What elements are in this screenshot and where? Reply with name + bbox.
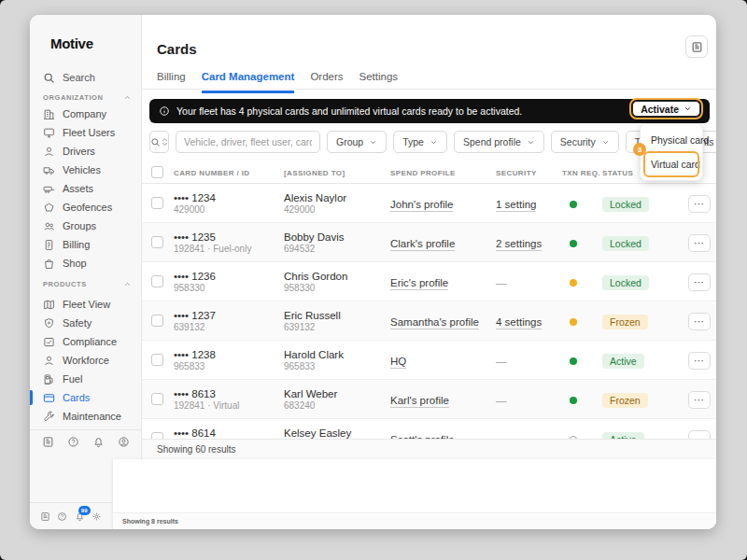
info-icon xyxy=(159,105,170,117)
assigned-to-link[interactable]: Harold Clark xyxy=(284,348,390,361)
notifications-bell[interactable]: 99 xyxy=(75,511,85,522)
tab-card-management[interactable]: Card Management xyxy=(202,71,295,93)
row-checkbox[interactable] xyxy=(151,315,163,327)
sidebar-item-fleet-view[interactable]: Fleet View xyxy=(30,295,142,314)
tab-settings[interactable]: Settings xyxy=(359,71,399,93)
bottom-results-count: Showing 8 results xyxy=(122,518,178,525)
row-actions-button[interactable]: ⋯ xyxy=(688,352,711,370)
row-checkbox[interactable] xyxy=(151,275,163,287)
sidebar-item-label: Billing xyxy=(63,239,90,250)
tab-billing[interactable]: Billing xyxy=(157,71,186,93)
bottom-panel: Showing 8 results xyxy=(112,459,716,529)
row-actions-button[interactable]: ⋯ xyxy=(688,234,711,252)
sidebar-item-label: Geofences xyxy=(63,202,112,213)
select-all-checkbox[interactable] xyxy=(151,166,163,178)
sidebar-item-label: Drivers xyxy=(63,146,95,157)
settings-icon[interactable] xyxy=(92,511,102,522)
referral-card-icon[interactable] xyxy=(40,511,50,522)
card-id: 958330 xyxy=(174,283,284,294)
table-row: •••• 1238965833 Harold Clark965833 HQ — … xyxy=(142,341,716,380)
activate-button[interactable]: Activate xyxy=(632,101,700,117)
table-row: •••• 8614459230 Kelsey Easley459230 Scot… xyxy=(142,419,716,439)
menu-item-physical-card[interactable]: Physical card xyxy=(644,128,698,152)
security-settings[interactable]: 4 settings xyxy=(496,316,542,329)
status-badge: Frozen xyxy=(602,393,648,408)
notifications-icon[interactable] xyxy=(92,436,105,448)
row-actions-button[interactable]: ⋯ xyxy=(688,195,711,213)
sidebar-item-label: Cards xyxy=(63,392,90,403)
assigned-id: 429000 xyxy=(284,204,390,216)
row-checkbox[interactable] xyxy=(151,197,163,209)
spend-profile[interactable]: Eric's profile xyxy=(390,277,448,290)
status-badge: Locked xyxy=(602,236,649,251)
group-filter[interactable]: Group xyxy=(327,131,387,153)
card-panel-button[interactable] xyxy=(685,35,708,58)
sidebar-item-safety[interactable]: Safety xyxy=(30,314,142,332)
sidebar-item-label: Groups xyxy=(63,220,96,231)
sidebar-item-maintenance[interactable]: Maintenance xyxy=(30,407,142,426)
assigned-to-link[interactable]: Karl Weber xyxy=(284,387,390,400)
row-actions-button[interactable]: ⋯ xyxy=(688,313,711,330)
assigned-to-link[interactable]: Bobby Davis xyxy=(284,231,390,244)
referral-card-icon[interactable] xyxy=(42,436,54,448)
sidebar-item-cards[interactable]: Cards xyxy=(30,388,142,407)
spend-profile-filter[interactable]: Spend profile xyxy=(454,131,544,153)
tab-orders[interactable]: Orders xyxy=(310,71,343,93)
sidebar-item-compliance[interactable]: Compliance xyxy=(30,332,142,351)
chevron-up-icon[interactable] xyxy=(123,93,132,102)
spend-profile[interactable]: Samantha's profile xyxy=(390,316,479,329)
sidebar-item-assets[interactable]: Assets xyxy=(30,179,142,198)
assigned-to-link[interactable]: Chris Gordon xyxy=(284,270,390,283)
chevron-up-icon[interactable] xyxy=(123,280,132,288)
row-checkbox[interactable] xyxy=(151,393,163,405)
sidebar-search[interactable]: Search xyxy=(43,70,95,85)
menu-item-virtual-card[interactable]: Virtual card xyxy=(644,152,698,176)
sidebar-item-company[interactable]: Company xyxy=(30,105,142,123)
sidebar-item-shop[interactable]: Shop xyxy=(30,254,142,273)
col-txn-req: TXN REQ. xyxy=(562,169,602,177)
sidebar-item-vehicles[interactable]: Vehicles xyxy=(30,161,142,179)
sidebar-item-workforce[interactable]: Workforce xyxy=(30,351,142,370)
table-row: •••• 1235192841 · Fuel-only Bobby Davis6… xyxy=(142,223,716,262)
spend-profile[interactable]: Clark's profile xyxy=(390,238,455,251)
geofence-icon xyxy=(43,202,55,214)
row-actions-button[interactable]: ⋯ xyxy=(688,273,711,291)
sidebar-item-fleet-users[interactable]: Fleet Users xyxy=(30,123,142,142)
status-badge: Locked xyxy=(602,275,649,290)
security-settings[interactable]: 2 settings xyxy=(496,238,542,251)
support-icon[interactable] xyxy=(118,436,130,448)
spend-profile[interactable]: HQ xyxy=(390,356,406,369)
col-card-number: CARD NUMBER / ID xyxy=(174,169,284,177)
assigned-to-link[interactable]: Eric Russell xyxy=(284,309,390,322)
desktop-background: Motive Search ORGANIZATION Company Fleet… xyxy=(0,0,747,560)
security-filter[interactable]: Security xyxy=(551,131,619,153)
txn-req-indicator xyxy=(570,201,577,208)
search-mode-toggle[interactable] xyxy=(149,131,169,153)
card-id: 429000 xyxy=(174,204,284,216)
row-checkbox[interactable] xyxy=(151,432,163,439)
help-icon[interactable] xyxy=(67,436,79,448)
search-input[interactable] xyxy=(176,131,320,153)
row-actions-button[interactable]: ⋯ xyxy=(688,430,711,440)
row-actions-button[interactable]: ⋯ xyxy=(688,391,711,409)
row-checkbox[interactable] xyxy=(151,236,163,248)
sidebar-item-drivers[interactable]: Drivers xyxy=(30,142,142,161)
monitor-icon xyxy=(43,127,55,139)
assigned-to-link[interactable]: Kelsey Easley xyxy=(284,427,390,440)
sidebar-item-fuel[interactable]: Fuel xyxy=(30,370,142,388)
row-checkbox[interactable] xyxy=(151,354,163,366)
table-header: CARD NUMBER / ID [ASSIGNED TO] SPEND PRO… xyxy=(142,162,716,184)
bag-icon xyxy=(43,258,55,270)
type-filter[interactable]: Type xyxy=(393,131,447,153)
spend-profile[interactable]: John's profile xyxy=(390,199,453,212)
sidebar: Motive Search ORGANIZATION Company Fleet… xyxy=(30,15,142,529)
sidebar-item-geofences[interactable]: Geofences xyxy=(30,198,142,217)
sidebar-item-groups[interactable]: Groups xyxy=(30,217,142,235)
truck-icon xyxy=(43,164,55,176)
help-icon[interactable] xyxy=(57,511,67,522)
spend-profile[interactable]: Karl's profile xyxy=(390,395,449,408)
sidebar-item-billing[interactable]: Billing xyxy=(30,235,142,254)
security-settings[interactable]: 1 setting xyxy=(496,199,536,212)
assigned-to-link[interactable]: Alexis Naylor xyxy=(284,191,390,204)
card-number: •••• 8614 xyxy=(174,427,284,440)
